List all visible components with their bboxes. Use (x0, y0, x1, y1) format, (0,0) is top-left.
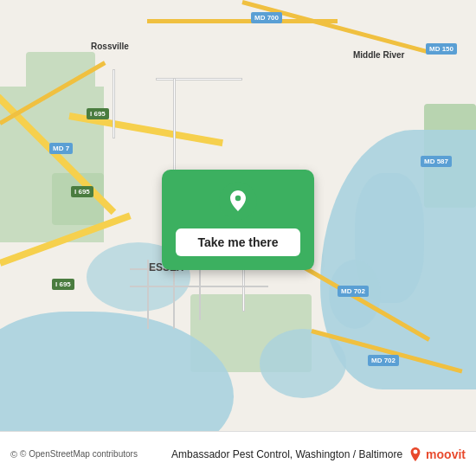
take-me-there-button[interactable]: Take me there (176, 228, 300, 256)
location-pin-icon (219, 182, 257, 220)
copyright: © © OpenStreetMap contributors (10, 449, 138, 460)
moovit-text: moovit (426, 447, 466, 461)
badge-i695-mid: I 695 (71, 186, 93, 197)
road-local-2 (156, 78, 242, 80)
badge-md587: MD 587 (421, 156, 452, 167)
badge-md700: MD 700 (251, 12, 282, 23)
badge-i695-top: I 695 (87, 108, 109, 119)
app-info: Ambassador Pest Control, Washington / Ba… (171, 447, 466, 462)
popup-card: Take me there (162, 170, 314, 270)
bottom-bar: © © OpenStreetMap contributors Ambassado… (0, 431, 476, 476)
moovit-logo: moovit (408, 447, 466, 462)
road-essex-3 (147, 260, 149, 329)
badge-md702a: MD 702 (338, 286, 369, 297)
badge-md7: MD 7 (49, 143, 73, 154)
badge-md150: MD 150 (426, 43, 457, 55)
road-local-1 (113, 69, 115, 138)
moovit-pin-icon (408, 447, 423, 462)
copyright-text: © OpenStreetMap contributors (20, 449, 138, 459)
location-label: Ambassador Pest Control, Washington / Ba… (171, 448, 402, 460)
badge-md702b: MD 702 (368, 355, 399, 366)
svg-point-0 (219, 182, 257, 220)
copyright-icon: © (10, 449, 17, 460)
map-container: MD 700 MD 150 MD 587 MD 702 MD 702 MD 7 … (0, 0, 476, 476)
badge-i695-bottom: I 695 (52, 279, 74, 290)
